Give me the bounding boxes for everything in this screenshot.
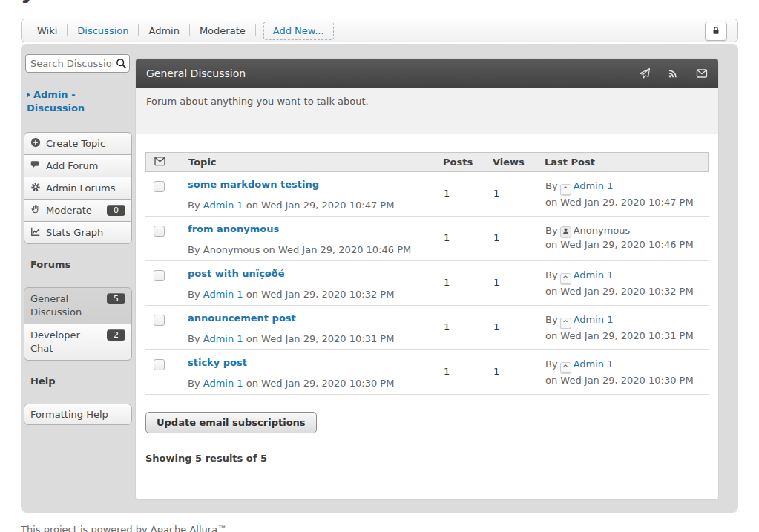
sidebar-item-stats-graph[interactable]: Stats Graph xyxy=(24,221,132,244)
table-row: sticky post By Admin 1 on Wed Jan 29, 20… xyxy=(145,350,709,395)
last-post-column-header: Last Post xyxy=(545,157,708,168)
views-count: 1 xyxy=(493,357,545,394)
topic-link[interactable]: from anonymous xyxy=(188,223,279,234)
table-row: from anonymous By Anonymous on Wed Jan 2… xyxy=(145,217,709,261)
add-new-button[interactable]: Add New... xyxy=(263,22,334,40)
clipped-page-title: y xyxy=(21,0,110,7)
views-count: 1 xyxy=(493,312,545,349)
posts-count: 1 xyxy=(444,179,493,216)
row-checkbox[interactable] xyxy=(154,270,165,281)
topic-column-header: Topic xyxy=(188,157,443,168)
author-link[interactable]: Admin 1 xyxy=(203,289,243,300)
topic-link[interactable]: post with unïçøðé xyxy=(188,268,285,279)
topic-byline: By Anonymous on Wed Jan 29, 2020 10:46 P… xyxy=(188,244,444,255)
sidebar-actions: Create Topic Add Forum Admin Forums Mode… xyxy=(24,132,132,244)
author-link[interactable]: Admin 1 xyxy=(574,314,614,325)
top-navigation: Wiki Discussion Admin Moderate Add New..… xyxy=(21,19,738,42)
table-row: post with unïçøðé By Admin 1 on Wed Jan … xyxy=(145,261,709,306)
topic-link[interactable]: announcement post xyxy=(188,312,296,324)
search-icon xyxy=(116,58,127,71)
page-title-fragment: y xyxy=(21,0,36,4)
sidebar-item-developer-chat[interactable]: Developer Chat 2 xyxy=(24,324,132,361)
topic-byline: By Admin 1 on Wed Jan 29, 2020 10:31 PM xyxy=(188,333,444,344)
sidebar-item-general-discussion[interactable]: General Discussion 5 xyxy=(24,287,132,324)
sidebar-item-create-topic[interactable]: Create Topic xyxy=(24,132,132,155)
author-link[interactable]: Admin 1 xyxy=(203,378,243,389)
last-post-cell: ByAnonymous on Wed Jan 29, 2020 10:46 PM xyxy=(545,223,709,260)
posts-count: 1 xyxy=(444,223,493,260)
table-row: announcement post By Admin 1 on Wed Jan … xyxy=(145,306,709,350)
send-icon[interactable] xyxy=(639,68,651,79)
sidebar-item-formatting-help[interactable]: Formatting Help xyxy=(24,404,132,425)
nav-separator xyxy=(255,24,256,36)
update-subscriptions-button[interactable]: Update email subscriptions xyxy=(145,412,317,433)
last-post-cell: By^Admin 1 on Wed Jan 29, 2020 10:47 PM xyxy=(545,179,709,216)
main-panel: General Discussion Forum about anything … xyxy=(136,59,718,499)
last-post-cell: By^Admin 1 on Wed Jan 29, 2020 10:30 PM xyxy=(545,357,709,394)
posts-count: 1 xyxy=(444,312,493,349)
topic-byline: By Admin 1 on Wed Jan 29, 2020 10:47 PM xyxy=(188,200,444,211)
author-link[interactable]: Admin 1 xyxy=(203,333,243,344)
author-link[interactable]: Admin 1 xyxy=(574,269,614,280)
forums-heading: Forums xyxy=(30,259,132,270)
author-name: Anonymous xyxy=(574,225,631,236)
posts-column-header: Posts xyxy=(443,157,493,168)
results-count: Showing 5 results of 5 xyxy=(145,453,718,464)
moderate-count-badge: 0 xyxy=(107,205,125,216)
sidebar-item-moderate[interactable]: Moderate 0 xyxy=(24,199,132,222)
mail-icon[interactable] xyxy=(696,68,708,79)
sidebar-item-add-forum[interactable]: Add Forum xyxy=(24,154,132,177)
gear-icon xyxy=(30,182,41,194)
forum-title: General Discussion xyxy=(146,68,246,79)
mail-column-header xyxy=(146,157,188,168)
views-column-header: Views xyxy=(493,157,545,168)
views-count: 1 xyxy=(493,223,545,260)
last-post-cell: By^Admin 1 on Wed Jan 29, 2020 10:31 PM xyxy=(545,312,709,349)
row-checkbox[interactable] xyxy=(154,181,165,192)
forum-description: Forum about anything you want to talk ab… xyxy=(136,88,718,134)
author-link[interactable]: Admin 1 xyxy=(574,358,614,370)
topic-byline: By Admin 1 on Wed Jan 29, 2020 10:32 PM xyxy=(188,289,444,300)
envelope-icon xyxy=(154,157,165,168)
table-header-row: Topic Posts Views Last Post xyxy=(145,152,709,172)
topic-byline: By Admin 1 on Wed Jan 29, 2020 10:30 PM xyxy=(188,378,444,389)
sidebar-item-admin-discussion[interactable]: Admin - Discussion xyxy=(27,88,108,115)
tab-wiki[interactable]: Wiki xyxy=(27,25,67,36)
row-checkbox[interactable] xyxy=(154,359,165,370)
author-link[interactable]: Admin 1 xyxy=(574,180,614,191)
admin-avatar-icon: ^ xyxy=(560,184,571,195)
row-checkbox[interactable] xyxy=(154,315,165,326)
admin-avatar-icon: ^ xyxy=(560,318,571,329)
forum-header: General Discussion xyxy=(136,59,718,88)
author-link[interactable]: Admin 1 xyxy=(203,200,243,211)
help-heading: Help xyxy=(30,375,132,387)
posts-count: 1 xyxy=(444,268,493,305)
tab-moderate[interactable]: Moderate xyxy=(190,25,255,36)
forum-topic-count-badge: 2 xyxy=(107,329,125,341)
comment-icon xyxy=(30,160,41,172)
help-list: Formatting Help xyxy=(24,404,132,425)
sidebar: Admin - Discussion Create Topic Add Foru… xyxy=(24,54,132,425)
topics-table: Topic Posts Views Last Post some markdow… xyxy=(145,152,709,395)
admin-avatar-icon: ^ xyxy=(560,362,571,373)
search-box xyxy=(25,54,130,73)
tab-discussion[interactable]: Discussion xyxy=(68,25,138,36)
footer-text: This project is powered by Apache Allura… xyxy=(21,524,759,532)
sidebar-item-admin-forums[interactable]: Admin Forums xyxy=(24,177,132,200)
author-name: Anonymous xyxy=(203,244,260,255)
lock-button[interactable] xyxy=(705,22,727,41)
rss-icon[interactable] xyxy=(668,68,679,79)
tab-admin[interactable]: Admin xyxy=(139,25,188,36)
content-frame: Admin - Discussion Create Topic Add Foru… xyxy=(21,44,738,513)
row-checkbox[interactable] xyxy=(154,226,165,237)
triangle-right-icon xyxy=(27,92,30,98)
last-post-cell: By^Admin 1 on Wed Jan 29, 2020 10:32 PM xyxy=(545,268,709,305)
topic-link[interactable]: some markdown testing xyxy=(188,179,319,190)
table-row: some markdown testing By Admin 1 on Wed … xyxy=(145,172,709,217)
plus-circle-icon xyxy=(30,137,41,150)
lock-icon xyxy=(711,25,721,38)
search-input[interactable] xyxy=(25,54,130,73)
topic-link[interactable]: sticky post xyxy=(188,357,247,368)
views-count: 1 xyxy=(493,179,545,216)
views-count: 1 xyxy=(493,268,545,305)
